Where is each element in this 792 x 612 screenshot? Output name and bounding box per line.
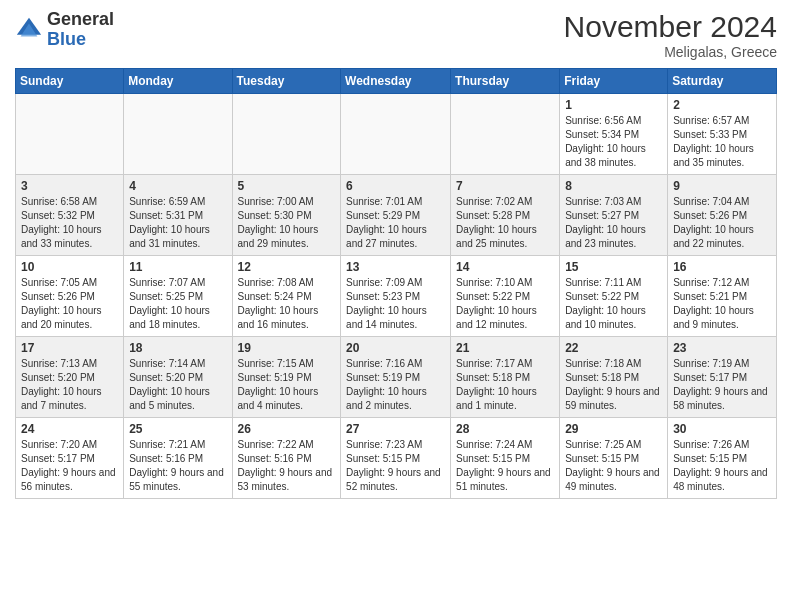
calendar-week-row: 17Sunrise: 7:13 AM Sunset: 5:20 PM Dayli… (16, 337, 777, 418)
title-block: November 2024 Meligalas, Greece (564, 10, 777, 60)
day-number: 24 (21, 422, 118, 436)
day-number: 23 (673, 341, 771, 355)
calendar-day: 25Sunrise: 7:21 AM Sunset: 5:16 PM Dayli… (124, 418, 232, 499)
day-number: 6 (346, 179, 445, 193)
header: General Blue November 2024 Meligalas, Gr… (15, 10, 777, 60)
calendar-day: 19Sunrise: 7:15 AM Sunset: 5:19 PM Dayli… (232, 337, 341, 418)
day-info: Sunrise: 7:25 AM Sunset: 5:15 PM Dayligh… (565, 438, 662, 494)
day-info: Sunrise: 7:10 AM Sunset: 5:22 PM Dayligh… (456, 276, 554, 332)
calendar-week-row: 24Sunrise: 7:20 AM Sunset: 5:17 PM Dayli… (16, 418, 777, 499)
calendar-day: 29Sunrise: 7:25 AM Sunset: 5:15 PM Dayli… (560, 418, 668, 499)
day-number: 20 (346, 341, 445, 355)
col-saturday: Saturday (668, 69, 777, 94)
calendar-day: 6Sunrise: 7:01 AM Sunset: 5:29 PM Daylig… (341, 175, 451, 256)
calendar-day: 18Sunrise: 7:14 AM Sunset: 5:20 PM Dayli… (124, 337, 232, 418)
day-number: 10 (21, 260, 118, 274)
day-number: 5 (238, 179, 336, 193)
day-number: 29 (565, 422, 662, 436)
day-number: 12 (238, 260, 336, 274)
calendar-day: 15Sunrise: 7:11 AM Sunset: 5:22 PM Dayli… (560, 256, 668, 337)
calendar-day (16, 94, 124, 175)
calendar-day: 4Sunrise: 6:59 AM Sunset: 5:31 PM Daylig… (124, 175, 232, 256)
day-info: Sunrise: 7:24 AM Sunset: 5:15 PM Dayligh… (456, 438, 554, 494)
day-number: 26 (238, 422, 336, 436)
day-info: Sunrise: 6:58 AM Sunset: 5:32 PM Dayligh… (21, 195, 118, 251)
day-info: Sunrise: 7:15 AM Sunset: 5:19 PM Dayligh… (238, 357, 336, 413)
day-info: Sunrise: 7:14 AM Sunset: 5:20 PM Dayligh… (129, 357, 226, 413)
day-number: 9 (673, 179, 771, 193)
col-friday: Friday (560, 69, 668, 94)
day-info: Sunrise: 7:00 AM Sunset: 5:30 PM Dayligh… (238, 195, 336, 251)
page-container: General Blue November 2024 Meligalas, Gr… (0, 0, 792, 509)
day-number: 22 (565, 341, 662, 355)
col-monday: Monday (124, 69, 232, 94)
calendar-day: 3Sunrise: 6:58 AM Sunset: 5:32 PM Daylig… (16, 175, 124, 256)
day-info: Sunrise: 7:02 AM Sunset: 5:28 PM Dayligh… (456, 195, 554, 251)
calendar-day: 20Sunrise: 7:16 AM Sunset: 5:19 PM Dayli… (341, 337, 451, 418)
day-number: 13 (346, 260, 445, 274)
month-title: November 2024 (564, 10, 777, 44)
day-number: 25 (129, 422, 226, 436)
day-info: Sunrise: 7:21 AM Sunset: 5:16 PM Dayligh… (129, 438, 226, 494)
calendar-table: Sunday Monday Tuesday Wednesday Thursday… (15, 68, 777, 499)
col-sunday: Sunday (16, 69, 124, 94)
logo-blue: Blue (47, 29, 86, 49)
calendar-day: 17Sunrise: 7:13 AM Sunset: 5:20 PM Dayli… (16, 337, 124, 418)
calendar-day: 9Sunrise: 7:04 AM Sunset: 5:26 PM Daylig… (668, 175, 777, 256)
calendar-day: 2Sunrise: 6:57 AM Sunset: 5:33 PM Daylig… (668, 94, 777, 175)
day-info: Sunrise: 7:01 AM Sunset: 5:29 PM Dayligh… (346, 195, 445, 251)
col-thursday: Thursday (451, 69, 560, 94)
day-number: 27 (346, 422, 445, 436)
calendar-week-row: 1Sunrise: 6:56 AM Sunset: 5:34 PM Daylig… (16, 94, 777, 175)
day-number: 15 (565, 260, 662, 274)
calendar-day: 11Sunrise: 7:07 AM Sunset: 5:25 PM Dayli… (124, 256, 232, 337)
calendar-day: 16Sunrise: 7:12 AM Sunset: 5:21 PM Dayli… (668, 256, 777, 337)
day-number: 2 (673, 98, 771, 112)
day-info: Sunrise: 7:23 AM Sunset: 5:15 PM Dayligh… (346, 438, 445, 494)
calendar-week-row: 3Sunrise: 6:58 AM Sunset: 5:32 PM Daylig… (16, 175, 777, 256)
logo-text: General Blue (47, 10, 114, 50)
day-number: 11 (129, 260, 226, 274)
calendar-day: 27Sunrise: 7:23 AM Sunset: 5:15 PM Dayli… (341, 418, 451, 499)
day-info: Sunrise: 6:57 AM Sunset: 5:33 PM Dayligh… (673, 114, 771, 170)
day-number: 18 (129, 341, 226, 355)
calendar-day (124, 94, 232, 175)
day-info: Sunrise: 7:11 AM Sunset: 5:22 PM Dayligh… (565, 276, 662, 332)
day-info: Sunrise: 7:18 AM Sunset: 5:18 PM Dayligh… (565, 357, 662, 413)
day-number: 21 (456, 341, 554, 355)
logo-general: General (47, 9, 114, 29)
day-info: Sunrise: 7:19 AM Sunset: 5:17 PM Dayligh… (673, 357, 771, 413)
day-info: Sunrise: 7:07 AM Sunset: 5:25 PM Dayligh… (129, 276, 226, 332)
day-info: Sunrise: 7:26 AM Sunset: 5:15 PM Dayligh… (673, 438, 771, 494)
calendar-week-row: 10Sunrise: 7:05 AM Sunset: 5:26 PM Dayli… (16, 256, 777, 337)
logo: General Blue (15, 10, 114, 50)
day-info: Sunrise: 7:20 AM Sunset: 5:17 PM Dayligh… (21, 438, 118, 494)
day-number: 19 (238, 341, 336, 355)
col-tuesday: Tuesday (232, 69, 341, 94)
day-info: Sunrise: 7:13 AM Sunset: 5:20 PM Dayligh… (21, 357, 118, 413)
calendar-day: 22Sunrise: 7:18 AM Sunset: 5:18 PM Dayli… (560, 337, 668, 418)
day-info: Sunrise: 7:17 AM Sunset: 5:18 PM Dayligh… (456, 357, 554, 413)
calendar-day (341, 94, 451, 175)
calendar-day: 23Sunrise: 7:19 AM Sunset: 5:17 PM Dayli… (668, 337, 777, 418)
day-number: 16 (673, 260, 771, 274)
location: Meligalas, Greece (564, 44, 777, 60)
calendar-day: 21Sunrise: 7:17 AM Sunset: 5:18 PM Dayli… (451, 337, 560, 418)
day-number: 4 (129, 179, 226, 193)
day-number: 3 (21, 179, 118, 193)
calendar-day: 30Sunrise: 7:26 AM Sunset: 5:15 PM Dayli… (668, 418, 777, 499)
day-number: 1 (565, 98, 662, 112)
calendar-day (232, 94, 341, 175)
calendar-day: 28Sunrise: 7:24 AM Sunset: 5:15 PM Dayli… (451, 418, 560, 499)
col-wednesday: Wednesday (341, 69, 451, 94)
day-number: 17 (21, 341, 118, 355)
day-info: Sunrise: 7:12 AM Sunset: 5:21 PM Dayligh… (673, 276, 771, 332)
day-info: Sunrise: 6:56 AM Sunset: 5:34 PM Dayligh… (565, 114, 662, 170)
day-info: Sunrise: 7:09 AM Sunset: 5:23 PM Dayligh… (346, 276, 445, 332)
day-number: 30 (673, 422, 771, 436)
calendar-day: 14Sunrise: 7:10 AM Sunset: 5:22 PM Dayli… (451, 256, 560, 337)
day-info: Sunrise: 7:16 AM Sunset: 5:19 PM Dayligh… (346, 357, 445, 413)
calendar-day: 26Sunrise: 7:22 AM Sunset: 5:16 PM Dayli… (232, 418, 341, 499)
day-number: 28 (456, 422, 554, 436)
day-info: Sunrise: 7:04 AM Sunset: 5:26 PM Dayligh… (673, 195, 771, 251)
